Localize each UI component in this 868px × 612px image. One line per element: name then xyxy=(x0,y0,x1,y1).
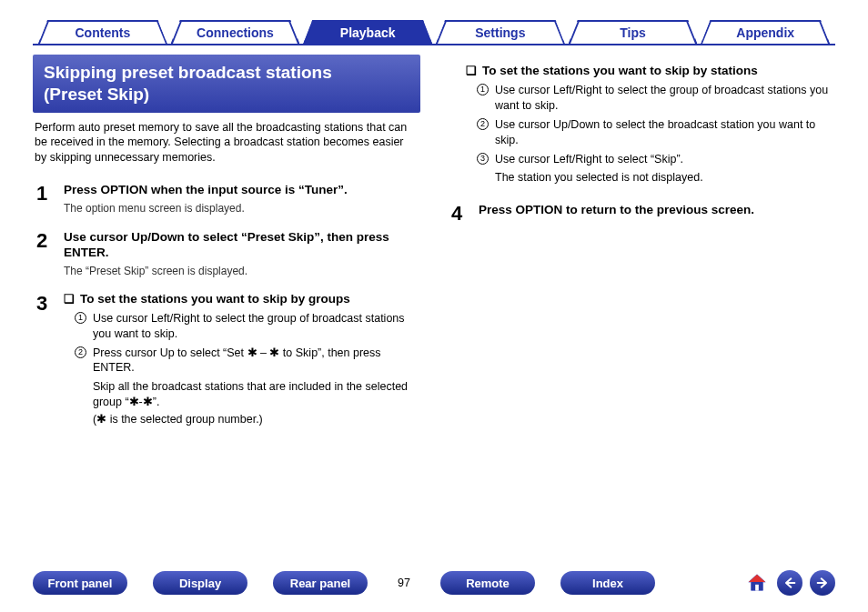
list-item: 2Press cursor Up to select “Set ✱ – ✱ to… xyxy=(93,346,420,376)
circled-2-icon: 2 xyxy=(477,118,489,130)
prev-page-button[interactable] xyxy=(777,570,802,596)
substep-heading-text: To set the stations you want to skip by … xyxy=(80,292,350,306)
section-title-line2: (Preset Skip) xyxy=(44,85,149,104)
substep-heading: ❏ To set the stations you want to skip b… xyxy=(466,64,835,77)
step-1: 1 Press OPTION when the input source is … xyxy=(33,182,420,215)
section-intro: Perform auto preset memory to save all t… xyxy=(35,120,419,166)
substep-list: 1Use cursor Left/Right to select the gro… xyxy=(466,83,835,166)
rear-panel-button[interactable]: Rear panel xyxy=(273,571,368,595)
remote-button[interactable]: Remote xyxy=(440,571,535,595)
circled-1-icon: 1 xyxy=(477,84,489,95)
step-3b: ❏ To set the stations you want to skip b… xyxy=(466,64,835,186)
substep-heading: ❏ To set the stations you want to skip b… xyxy=(64,292,420,306)
page-number: 97 xyxy=(393,577,415,589)
display-button[interactable]: Display xyxy=(153,571,247,595)
arrow-right-icon xyxy=(815,576,830,590)
svg-rect-1 xyxy=(755,585,759,590)
tab-tips[interactable]: Tips xyxy=(569,20,698,44)
substep-trail: (✱ is the selected group number.) xyxy=(64,412,420,427)
footer-bar: Front panel Display Rear panel 97 Remote… xyxy=(33,570,835,596)
step-heading: Press OPTION to return to the previous s… xyxy=(479,202,835,218)
home-button[interactable] xyxy=(744,570,770,596)
substep-trail: The station you selected is not displaye… xyxy=(466,170,835,186)
arrow-left-icon xyxy=(782,576,797,590)
step-heading: Press OPTION when the input source is “T… xyxy=(64,182,420,198)
tab-contents[interactable]: Contents xyxy=(38,20,167,44)
substep-heading-text: To set the stations you want to skip by … xyxy=(482,64,758,77)
right-column: ❏ To set the stations you want to skip b… xyxy=(448,55,835,442)
section-title: Skipping preset broadcast stations (Pres… xyxy=(33,55,420,113)
substep-trail: Skip all the broadcast stations that are… xyxy=(64,379,420,410)
left-column: Skipping preset broadcast stations (Pres… xyxy=(33,55,420,442)
tab-playback[interactable]: Playback xyxy=(303,20,432,44)
circled-2-icon: 2 xyxy=(75,346,86,358)
substep-list: 1Use cursor Left/Right to select the gro… xyxy=(64,311,420,376)
square-bullet-icon: ❏ xyxy=(64,292,75,306)
home-icon xyxy=(747,573,767,593)
step-2: 2 Use cursor Up/Down to select “Preset S… xyxy=(33,229,420,277)
step-number: 3 xyxy=(33,292,51,427)
content-area: Skipping preset broadcast stations (Pres… xyxy=(33,55,835,442)
section-title-line1: Skipping preset broadcast stations xyxy=(44,63,332,82)
list-item: 1Use cursor Left/Right to select the gro… xyxy=(495,83,835,114)
step-note: The option menu screen is displayed. xyxy=(64,202,420,215)
front-panel-button[interactable]: Front panel xyxy=(33,571,127,595)
index-button[interactable]: Index xyxy=(560,571,655,595)
list-item: 2Use cursor Up/Down to select the broadc… xyxy=(495,117,835,148)
top-tab-bar: Contents Connections Playback Settings T… xyxy=(33,20,835,45)
square-bullet-icon: ❏ xyxy=(466,64,477,77)
step-4: 4 Press OPTION to return to the previous… xyxy=(448,202,835,226)
list-item: 3Use cursor Left/Right to select “Skip”. xyxy=(495,152,835,167)
next-page-button[interactable] xyxy=(810,570,835,596)
footer-nav-icons xyxy=(744,570,835,596)
list-item: 1Use cursor Left/Right to select the gro… xyxy=(93,311,420,342)
step-heading: Use cursor Up/Down to select “Preset Ski… xyxy=(64,229,420,261)
step-number: 1 xyxy=(33,182,51,215)
tab-appendix[interactable]: Appendix xyxy=(701,20,830,44)
step-number: 4 xyxy=(448,202,466,226)
circled-3-icon: 3 xyxy=(477,153,489,165)
step-3: 3 ❏ To set the stations you want to skip… xyxy=(33,292,420,427)
tab-settings[interactable]: Settings xyxy=(436,20,565,44)
step-number: 2 xyxy=(33,229,51,277)
circled-1-icon: 1 xyxy=(75,312,86,324)
tab-connections[interactable]: Connections xyxy=(171,20,300,44)
step-note: The “Preset Skip” screen is displayed. xyxy=(64,265,420,277)
